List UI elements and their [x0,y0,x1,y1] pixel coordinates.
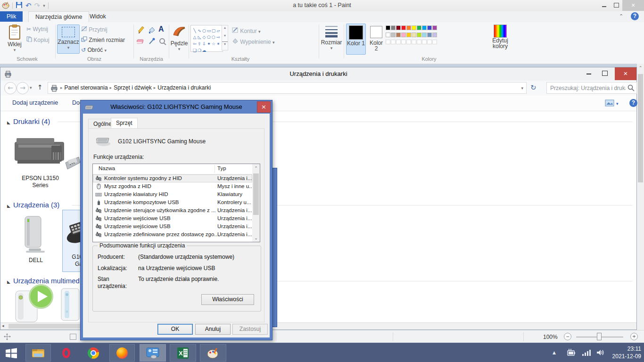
media-device-item[interactable] [60,287,81,323]
device-dell-label[interactable]: DELL [15,257,57,264]
view-options-dropdown[interactable]: ▾ [616,101,619,106]
taskbar-paint-button[interactable] [200,344,226,362]
color-swatch[interactable] [412,33,416,37]
size-button[interactable]: Rozmiar ▾ [321,25,342,50]
device-function-row[interactable]: Urządzenie wejściowe USBUrządzenia i... [93,222,252,230]
color-swatch[interactable] [417,25,421,30]
add-device-command[interactable]: Dodaj urządzenie [12,99,58,106]
device-function-row[interactable]: Urządzenie sterujące użytkownika zgodne … [93,206,252,214]
shape-diamond-icon[interactable]: ◇ [202,35,206,40]
devices-help-icon[interactable]: ? [629,99,637,107]
paint-minimize-button[interactable] [598,0,610,11]
copy-button[interactable]: Kopiuj [26,36,50,43]
color-swatch[interactable] [432,33,437,37]
tab-widok[interactable]: Widok [83,11,113,22]
shape-star4-icon[interactable]: ✦ [206,41,211,47]
color-swatch[interactable] [406,33,411,37]
device-function-row[interactable]: Kontroler systemu zgodny z HIDUrządzenia… [93,174,252,182]
fill-tool[interactable] [148,26,156,36]
zoom-slider-thumb[interactable] [597,333,602,340]
devices-close-button[interactable]: × [615,67,636,80]
scroll-up-icon[interactable]: ⌃ [637,64,644,70]
breadcrumb[interactable]: ▸Panel sterowania▸Sprzęt i dźwięk▸Urządz… [48,82,527,94]
pencil-tool[interactable] [137,26,145,36]
devices-minimize-button[interactable] [582,67,596,80]
color-swatch[interactable] [422,25,427,30]
zoom-in-button[interactable]: + [630,333,638,340]
color-swatch[interactable] [401,33,406,37]
crop-button[interactable]: Przytnij [81,26,107,33]
battery-icon[interactable] [566,349,576,358]
brushes-button[interactable]: Pędzle ▾ [170,25,188,51]
zoom-out-button[interactable]: − [564,333,571,340]
color-picker-tool[interactable] [148,38,156,47]
list-scrollbar[interactable]: ⌃ ⌄ [252,164,260,242]
device-function-row[interactable]: Urządzenie zdefiniowane przez dostawcę z… [93,230,252,239]
color-swatch[interactable] [391,25,396,30]
color-swatch[interactable] [386,33,390,37]
color-swatch[interactable] [432,25,437,30]
paint-restore-button[interactable] [610,0,622,11]
taskbar-opera-button[interactable] [56,344,76,362]
color1-button[interactable]: Kolor 1 [346,24,366,55]
shape-polygon-icon[interactable]: ▱ [216,28,221,33]
taskbar-clock[interactable]: 23:11 2021-12-09 [612,345,641,360]
shape-callout-rounded-icon[interactable]: ❏ [192,48,197,53]
eraser-tool[interactable] [137,38,145,47]
shape-curve-icon[interactable]: ∿ [197,28,202,33]
shape-star5-icon[interactable]: ☆ [211,41,216,47]
section-devices[interactable]: ◣Urządzenia (3) [7,201,59,209]
color-swatch-empty[interactable] [427,40,432,44]
paste-button[interactable]: Wklej ▾ [4,25,25,52]
refresh-icon[interactable]: ↻ [530,83,537,92]
color-swatch[interactable] [427,25,432,30]
edit-colors-button[interactable]: Edytuj kolory [488,25,512,49]
ok-button[interactable]: OK [157,324,193,335]
printer-epson-label[interactable]: EPSON L3150 Series [6,175,74,189]
scroll-down-icon[interactable]: ▾ [222,33,228,38]
view-options-icon[interactable] [605,99,614,108]
text-tool[interactable]: A [158,25,164,33]
shape-triangle-icon[interactable]: △ [192,35,197,40]
taskbar-firefox-button[interactable] [109,344,135,362]
color-swatch[interactable] [396,33,401,37]
ribbon-collapse-icon[interactable]: ⌃ [619,13,623,19]
color-swatch[interactable] [406,25,411,30]
color-swatch-empty[interactable] [401,40,406,44]
collapse-triangle-icon[interactable]: ◣ [7,204,10,208]
device-function-row[interactable]: Urządzenie kompozytowe USBKontrolery u..… [93,198,252,206]
breadcrumb-segment[interactable]: Sprzęt i dźwięk [112,82,154,93]
shape-arrow-down-icon[interactable]: ⇩ [202,41,206,47]
color-swatch-empty[interactable] [406,40,411,44]
gallery-expand-icon[interactable]: ▾ [222,41,228,46]
select-tool-button[interactable]: Zaznacz ▾ [57,25,80,54]
breadcrumb-segment[interactable]: Urządzenia i drukarki [156,82,213,93]
shape-pentagon-icon[interactable]: ⬠ [206,35,211,40]
color-swatch[interactable] [422,33,427,37]
color-swatch[interactable] [417,33,421,37]
color-swatch-empty[interactable] [396,40,401,44]
dialog-close-button[interactable]: × [257,101,271,113]
volume-icon[interactable] [596,349,605,358]
color-swatch-empty[interactable] [391,40,396,44]
shape-callout-oval-icon[interactable]: ❍ [197,48,202,53]
shape-arrow-left-icon[interactable]: ⇦ [192,41,197,47]
collapse-triangle-icon[interactable]: ◣ [7,280,10,284]
scroll-left-icon[interactable]: ◂ [2,323,4,328]
search-icon[interactable] [627,84,635,93]
scrollbar-thumb[interactable] [253,173,259,215]
apply-button[interactable]: Zastosuj [232,324,268,335]
tab-narzedzia-glowne[interactable]: Narzędzia główne [28,11,89,23]
color-swatch-empty[interactable] [386,40,390,44]
color-swatch-empty[interactable] [422,40,427,44]
color-swatch[interactable] [391,33,396,37]
back-button[interactable]: ← [4,82,17,94]
shape-callout-cloud-icon[interactable]: ☁ [202,48,206,53]
color-swatch-empty[interactable] [417,40,421,44]
taskbar-chrome-button[interactable] [83,344,104,362]
taskbar-excel-button[interactable]: X [170,344,196,362]
shape-rounded-rect-icon[interactable]: ▢ [211,28,216,33]
up-button[interactable]: ↑ [37,83,43,91]
outline-dropdown[interactable]: Kontur ▾ [232,27,261,34]
address-dropdown-icon[interactable]: ▾ [521,86,523,90]
